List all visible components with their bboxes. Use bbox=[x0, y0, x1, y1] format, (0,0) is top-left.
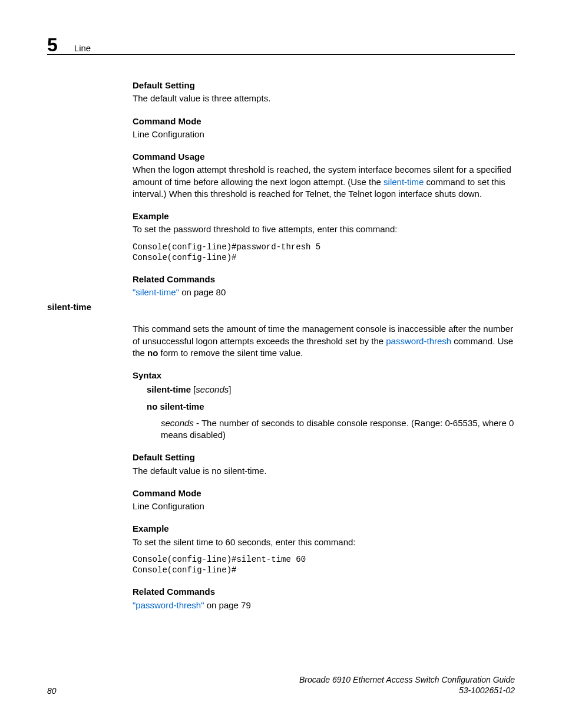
chapter-title: Line bbox=[74, 43, 91, 53]
link-silent-time-inline[interactable]: silent-time bbox=[384, 177, 424, 187]
syntax-cmd: silent-time bbox=[147, 384, 191, 394]
text-example-2-intro: To set the silent time to 60 seconds, en… bbox=[133, 536, 515, 548]
param-name: seconds bbox=[161, 418, 194, 428]
heading-syntax: Syntax bbox=[133, 370, 515, 381]
text-related-1: "silent-time" on page 80 bbox=[133, 286, 515, 298]
syntax-param-desc: seconds - The number of seconds to disab… bbox=[161, 417, 515, 442]
related-2-suffix: on page 79 bbox=[204, 600, 251, 610]
text-command-mode-1: Line Configuration bbox=[133, 129, 515, 140]
footer-doc-number: 53-1002651-02 bbox=[459, 686, 515, 695]
text-silent-time-intro: This command sets the amount of time the… bbox=[133, 323, 515, 359]
page-container: 5 Line Default Setting The default value… bbox=[0, 0, 562, 728]
syntax-param: seconds bbox=[196, 384, 229, 394]
section-spacer bbox=[133, 298, 515, 315]
related-1-suffix: on page 80 bbox=[179, 287, 226, 297]
syntax-line-2: no silent-time bbox=[147, 401, 515, 413]
text-default-setting-1: The default value is three attempts. bbox=[133, 93, 515, 104]
code-example-1: Console(config-line)#password-thresh 5 C… bbox=[133, 242, 515, 263]
link-password-thresh-inline[interactable]: password-thresh bbox=[386, 336, 451, 346]
text-command-usage: When the logon attempt threshold is reac… bbox=[133, 164, 515, 200]
heading-command-usage: Command Usage bbox=[133, 151, 515, 163]
side-heading-silent-time: silent-time bbox=[47, 302, 91, 312]
chapter-number: 5 bbox=[47, 34, 58, 56]
text-default-setting-2: The default value is no silent-time. bbox=[133, 465, 515, 477]
main-content: Default Setting The default value is thr… bbox=[133, 80, 515, 611]
heading-default-setting-2: Default Setting bbox=[133, 452, 515, 463]
heading-command-mode-1: Command Mode bbox=[133, 116, 515, 127]
text-example-1-intro: To set the password threshold to five at… bbox=[133, 223, 515, 235]
header-rule bbox=[47, 54, 515, 55]
text-command-mode-2: Line Configuration bbox=[133, 500, 515, 512]
text-related-2: "password-thresh" on page 79 bbox=[133, 599, 515, 611]
heading-related-1: Related Commands bbox=[133, 274, 515, 285]
st-intro-post: form to remove the silent time value. bbox=[158, 348, 303, 358]
param-desc: - The number of seconds to disable conso… bbox=[161, 418, 514, 440]
syntax-line-1: silent-time [seconds] bbox=[147, 384, 515, 396]
footer-right: Brocade 6910 Ethernet Access Switch Conf… bbox=[299, 674, 515, 696]
footer-page-number: 80 bbox=[47, 686, 57, 696]
heading-command-mode-2: Command Mode bbox=[133, 487, 515, 499]
link-password-thresh-ref[interactable]: "password-thresh" bbox=[133, 600, 204, 610]
heading-related-2: Related Commands bbox=[133, 586, 515, 598]
heading-default-setting-1: Default Setting bbox=[133, 80, 515, 91]
syntax-close: ] bbox=[229, 384, 231, 394]
footer-guide-title: Brocade 6910 Ethernet Access Switch Conf… bbox=[299, 675, 515, 684]
st-intro-no: no bbox=[147, 348, 158, 358]
code-example-2: Console(config-line)#silent-time 60 Cons… bbox=[133, 554, 515, 575]
heading-example-1: Example bbox=[133, 210, 515, 222]
heading-example-2: Example bbox=[133, 523, 515, 535]
page-header: 5 Line bbox=[47, 34, 91, 56]
link-silent-time-ref[interactable]: "silent-time" bbox=[133, 287, 179, 297]
